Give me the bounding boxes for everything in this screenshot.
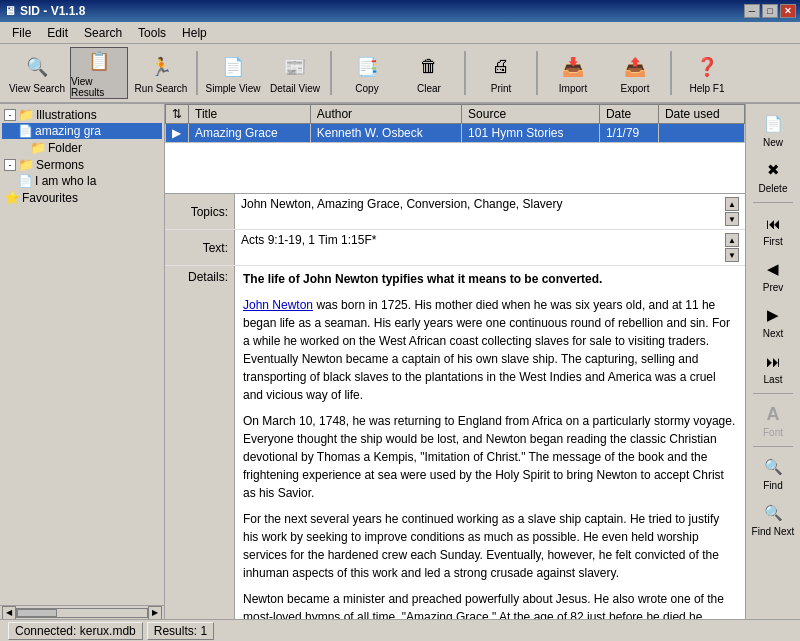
connected-status: Connected: kerux.mdb xyxy=(8,622,143,640)
view-search-label: View Search xyxy=(9,83,65,94)
view-results-icon: 📋 xyxy=(85,48,113,74)
topics-input[interactable]: John Newton, Amazing Grace, Conversion, … xyxy=(241,197,725,219)
text-label: Text: xyxy=(165,230,235,265)
tree-item-folder[interactable]: 📁 Folder xyxy=(2,139,162,156)
find-next-label: Find Next xyxy=(752,526,795,537)
table-row[interactable]: ▶ Amazing Grace Kenneth W. Osbeck 101 Hy… xyxy=(166,124,745,143)
col-date[interactable]: Date xyxy=(599,105,658,124)
topics-scroll-down[interactable]: ▼ xyxy=(725,212,739,226)
copy-button[interactable]: 📑 Copy xyxy=(338,47,396,99)
view-results-button[interactable]: 📋 View Results xyxy=(70,47,128,99)
tree-item-favourites[interactable]: ⭐ Favourites xyxy=(2,189,162,206)
view-search-button[interactable]: 🔍 View Search xyxy=(8,47,66,99)
expand-illustrations[interactable]: - xyxy=(4,109,16,121)
last-button[interactable]: ⏭ Last xyxy=(748,345,798,389)
topics-row: Topics: John Newton, Amazing Grace, Conv… xyxy=(165,194,745,230)
menu-tools[interactable]: Tools xyxy=(130,24,174,42)
row-date-used xyxy=(658,124,744,143)
help-label: Help F1 xyxy=(689,83,724,94)
menu-bar: File Edit Search Tools Help xyxy=(0,22,800,44)
clear-label: Clear xyxy=(417,83,441,94)
tree-item-sermons[interactable]: - 📁 Sermons xyxy=(2,156,162,173)
menu-file[interactable]: File xyxy=(4,24,39,42)
new-button[interactable]: 📄 New xyxy=(748,108,798,152)
tree-item-illustrations[interactable]: - 📁 Illustrations xyxy=(2,106,162,123)
col-title[interactable]: Title xyxy=(189,105,311,124)
view-results-label: View Results xyxy=(71,76,127,98)
text-scrollbar: ▲ ▼ xyxy=(725,233,739,262)
results-table: ⇅ Title Author Source Date Date used ▶ A… xyxy=(165,104,745,143)
i-am-who-doc-icon: 📄 xyxy=(18,174,33,188)
delete-button[interactable]: ✖ Delete xyxy=(748,154,798,198)
h-scrollbar[interactable] xyxy=(16,608,148,618)
row-date: 1/1/79 xyxy=(599,124,658,143)
find-next-button[interactable]: 🔍 Find Next xyxy=(748,497,798,541)
import-icon: 📥 xyxy=(559,53,587,81)
menu-help[interactable]: Help xyxy=(174,24,215,42)
copy-icon: 📑 xyxy=(353,53,381,81)
title-bar: 🖥 SID - V1.1.8 ─ □ ✕ xyxy=(0,0,800,22)
scroll-left-button[interactable]: ◀ xyxy=(2,606,16,620)
minimize-button[interactable]: ─ xyxy=(744,4,760,18)
close-button[interactable]: ✕ xyxy=(780,4,796,18)
tree-item-i-am-who[interactable]: 📄 I am who la xyxy=(2,173,162,189)
detail-view-button[interactable]: 📰 Detail View xyxy=(266,47,324,99)
clear-button[interactable]: 🗑 Clear xyxy=(400,47,458,99)
details-label: Details: xyxy=(165,266,235,619)
content-area: ⇅ Title Author Source Date Date used ▶ A… xyxy=(165,104,745,619)
detail-view-label: Detail View xyxy=(270,83,320,94)
details-heading: The life of John Newton typifies what it… xyxy=(243,270,737,288)
status-bar: Connected: kerux.mdb Results: 1 xyxy=(0,619,800,641)
tree-view: - 📁 Illustrations 📄 amazing gra 📁 Folder… xyxy=(0,104,164,605)
prev-label: Prev xyxy=(763,282,784,293)
expand-sermons[interactable]: - xyxy=(4,159,16,171)
sidebar-separator-3 xyxy=(753,446,793,447)
topics-scroll-up[interactable]: ▲ xyxy=(725,197,739,211)
find-button[interactable]: 🔍 Find xyxy=(748,451,798,495)
new-icon: 📄 xyxy=(761,112,785,136)
first-button[interactable]: ⏮ First xyxy=(748,207,798,251)
import-button[interactable]: 📥 Import xyxy=(544,47,602,99)
app-title: 🖥 SID - V1.1.8 xyxy=(4,4,85,18)
menu-edit[interactable]: Edit xyxy=(39,24,76,42)
menu-search[interactable]: Search xyxy=(76,24,130,42)
last-label: Last xyxy=(764,374,783,385)
run-search-label: Run Search xyxy=(135,83,188,94)
next-button[interactable]: ▶ Next xyxy=(748,299,798,343)
details-content[interactable]: The life of John Newton typifies what it… xyxy=(235,266,745,619)
text-input[interactable]: Acts 9:1-19, 1 Tim 1:15F* xyxy=(241,233,725,255)
topics-label: Topics: xyxy=(165,194,235,229)
find-label: Find xyxy=(763,480,782,491)
maximize-button[interactable]: □ xyxy=(762,4,778,18)
main-area: - 📁 Illustrations 📄 amazing gra 📁 Folder… xyxy=(0,104,800,619)
view-search-icon: 🔍 xyxy=(23,53,51,81)
help-button[interactable]: ❓ Help F1 xyxy=(678,47,736,99)
simple-view-button[interactable]: 📄 Simple View xyxy=(204,47,262,99)
run-search-button[interactable]: 🏃 Run Search xyxy=(132,47,190,99)
row-indicator: ▶ xyxy=(166,124,189,143)
scroll-right-button[interactable]: ▶ xyxy=(148,606,162,620)
sidebar-separator-2 xyxy=(753,393,793,394)
col-date-used[interactable]: Date used xyxy=(658,105,744,124)
row-author: Kenneth W. Osbeck xyxy=(310,124,461,143)
tree-item-amazing-grace[interactable]: 📄 amazing gra xyxy=(2,123,162,139)
john-newton-link[interactable]: John Newton xyxy=(243,298,313,312)
clear-icon: 🗑 xyxy=(415,53,443,81)
toolbar-separator-1 xyxy=(196,51,198,95)
col-source[interactable]: Source xyxy=(462,105,600,124)
toolbar-separator-3 xyxy=(464,51,466,95)
details-para-3: For the next several years he continued … xyxy=(243,510,737,582)
import-label: Import xyxy=(559,83,587,94)
simple-view-label: Simple View xyxy=(206,83,261,94)
text-scroll-down[interactable]: ▼ xyxy=(725,248,739,262)
illustrations-folder-icon: 📁 xyxy=(18,107,34,122)
details-para-1: John Newton was born in 1725. His mother… xyxy=(243,296,737,404)
print-button[interactable]: 🖨 Print xyxy=(472,47,530,99)
right-sidebar: 📄 New ✖ Delete ⏮ First ◀ Prev ▶ Next ⏭ L… xyxy=(745,104,800,619)
export-button[interactable]: 📤 Export xyxy=(606,47,664,99)
text-scroll-up[interactable]: ▲ xyxy=(725,233,739,247)
toolbar: 🔍 View Search 📋 View Results 🏃 Run Searc… xyxy=(0,44,800,104)
prev-button[interactable]: ◀ Prev xyxy=(748,253,798,297)
col-author[interactable]: Author xyxy=(310,105,461,124)
amazing-grace-doc-icon: 📄 xyxy=(18,124,33,138)
